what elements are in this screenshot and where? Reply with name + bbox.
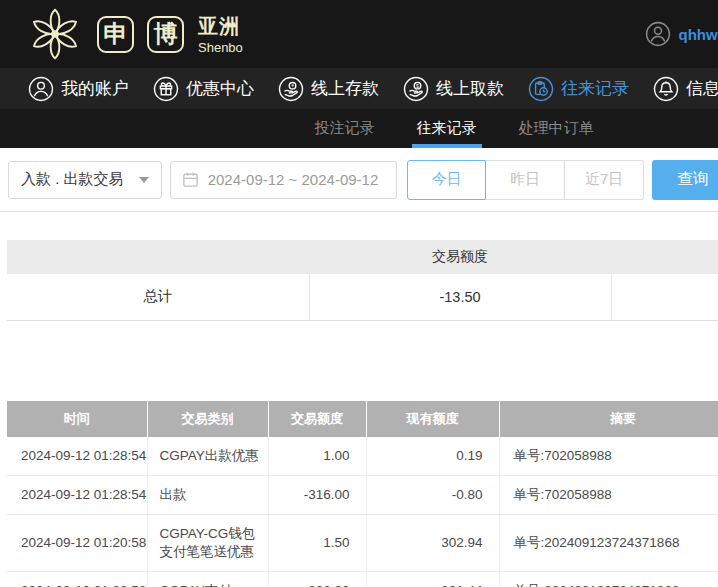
header-summary: 摘要 [499, 401, 718, 437]
summary-total-row: 总计 -13.50 [7, 274, 718, 320]
cell-balance: -0.80 [366, 475, 499, 514]
summary-total-value: -13.50 [309, 274, 611, 320]
nav-item-transaction-records[interactable]: 往来记录 [528, 76, 629, 102]
logo-region-text: 亚洲 [198, 13, 243, 40]
cell-balance: 301.44 [366, 571, 499, 587]
transaction-records-page: { "brand": { "char1": "申", "char2": "博",… [0, 0, 718, 587]
cell-time: 2024-09-12 01:28:54 [7, 437, 147, 476]
summary-total-label: 总计 [7, 274, 309, 320]
cell-summary: 单号:202409123724371868 [499, 514, 718, 571]
cell-category: CGPAY支付 [147, 571, 268, 587]
cell-amount: -316.00 [268, 475, 366, 514]
tab-bet-records[interactable]: 投注记录 [315, 109, 375, 148]
summary-header-empty [611, 240, 718, 274]
top-header-bar: 申 博 亚洲 Shenbo qhhw2 [0, 0, 718, 68]
calendar-icon [181, 170, 200, 189]
cell-summary: 单号:702058988 [499, 437, 718, 476]
cell-balance: 0.19 [366, 437, 499, 476]
brand-logo[interactable]: 申 博 亚洲 Shenbo [26, 5, 243, 63]
main-navigation: 我的账户 优惠中心 ¥ 线上存款 [0, 68, 718, 109]
withdraw-icon: $ [403, 76, 429, 102]
summary-header-amount: 交易额度 [309, 240, 611, 274]
nav-label: 线上取款 [436, 77, 504, 100]
logo-char-2: 博 [147, 16, 184, 53]
filter-bar: 入款 . 出款交易 2024-09-12 ~ 2024-09-12 今日 昨日 … [0, 148, 718, 212]
svg-text:¥: ¥ [291, 82, 294, 88]
cell-time: 2024-09-12 01:28:54 [7, 475, 147, 514]
cell-summary: 单号:202409123724371868 [499, 571, 718, 587]
records-header-row: 时间 交易类别 交易额度 现有额度 摘要 [7, 401, 718, 437]
cell-summary: 单号:702058988 [499, 475, 718, 514]
table-row: 2024-09-12 01:28:54 CGPAY出款优惠 1.00 0.19 … [7, 437, 718, 476]
records-sub-navigation: 投注记录 往来记录 处理中订单 [0, 109, 718, 148]
summary-header-empty [7, 240, 309, 274]
summary-table: 交易额度 总计 -13.50 [7, 240, 718, 321]
username-link[interactable]: qhhw2 [679, 26, 718, 43]
yesterday-button[interactable]: 昨日 [486, 160, 565, 200]
summary-header-row: 交易额度 [7, 240, 718, 274]
nav-item-my-account[interactable]: 我的账户 [28, 76, 129, 102]
gift-icon [153, 76, 179, 102]
bell-icon [653, 76, 679, 102]
header-time: 时间 [7, 401, 147, 437]
svg-text:$: $ [416, 82, 419, 88]
cell-amount: 1.00 [268, 437, 366, 476]
transaction-type-value: 入款 . 出款交易 [21, 170, 124, 189]
nav-item-online-withdrawal[interactable]: $ 线上取款 [403, 76, 504, 102]
cell-category: 出款 [147, 475, 268, 514]
nav-label: 我的账户 [61, 77, 129, 100]
tab-transaction-records[interactable]: 往来记录 [417, 109, 477, 148]
quick-date-button-group: 今日 昨日 近7日 [407, 160, 644, 200]
table-row: 2024-09-12 01:20:58 CGPAY支付 300.00 301.4… [7, 571, 718, 587]
header-balance: 现有额度 [366, 401, 499, 437]
table-row: 2024-09-12 01:28:54 出款 -316.00 -0.80 单号:… [7, 475, 718, 514]
logo-sub-text: Shenbo [198, 40, 243, 55]
user-avatar-icon [645, 21, 671, 47]
date-range-input[interactable]: 2024-09-12 ~ 2024-09-12 [170, 161, 398, 199]
cell-category: CGPAY出款优惠 [147, 437, 268, 476]
today-button[interactable]: 今日 [407, 160, 486, 200]
records-table: 时间 交易类别 交易额度 现有额度 摘要 2024-09-12 01:28:54… [7, 401, 718, 587]
nav-item-online-deposit[interactable]: ¥ 线上存款 [278, 76, 379, 102]
summary-section: 交易额度 总计 -13.50 [7, 240, 718, 321]
nav-item-promotions[interactable]: 优惠中心 [153, 76, 254, 102]
search-button[interactable]: 查询 [652, 160, 718, 200]
nav-label: 往来记录 [561, 77, 629, 100]
cell-amount: 1.50 [268, 514, 366, 571]
nav-label: 线上存款 [311, 77, 379, 100]
cell-time: 2024-09-12 01:20:58 [7, 571, 147, 587]
records-section: 时间 交易类别 交易额度 现有额度 摘要 2024-09-12 01:28:54… [7, 401, 718, 587]
flower-logo-icon [26, 5, 84, 63]
tab-processing-orders[interactable]: 处理中订单 [519, 109, 594, 148]
chevron-down-icon [139, 177, 149, 183]
cell-balance: 302.94 [366, 514, 499, 571]
cell-time: 2024-09-12 01:20:58 [7, 514, 147, 571]
transaction-type-select[interactable]: 入款 . 出款交易 [8, 161, 162, 199]
header-category: 交易类别 [147, 401, 268, 437]
user-account-area[interactable]: qhhw2 [645, 21, 718, 47]
last-7-days-button[interactable]: 近7日 [565, 160, 644, 200]
cell-category: CGPAY-CG钱包支付笔笔送优惠 [147, 514, 268, 571]
nav-label: 信息中心 [686, 77, 718, 100]
cell-amount: 300.00 [268, 571, 366, 587]
header-amount: 交易额度 [268, 401, 366, 437]
deposit-icon: ¥ [278, 76, 304, 102]
records-icon [528, 76, 554, 102]
nav-label: 优惠中心 [186, 77, 254, 100]
summary-empty-cell [611, 274, 718, 320]
table-row: 2024-09-12 01:20:58 CGPAY-CG钱包支付笔笔送优惠 1.… [7, 514, 718, 571]
user-icon [28, 76, 54, 102]
nav-item-messages[interactable]: 信息中心 [653, 76, 718, 102]
date-range-value: 2024-09-12 ~ 2024-09-12 [208, 171, 379, 188]
logo-char-1: 申 [97, 16, 134, 53]
